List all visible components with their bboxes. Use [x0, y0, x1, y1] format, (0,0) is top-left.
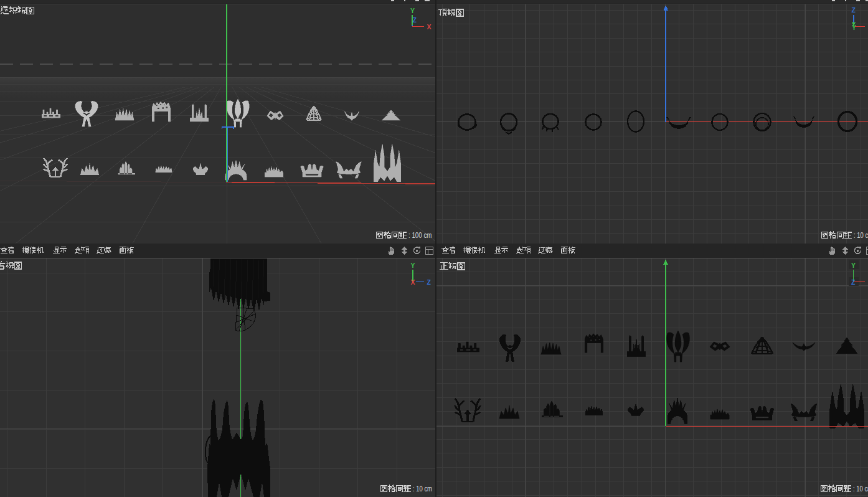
svg-text:: 10 cm: : 10 cm: [853, 485, 868, 493]
svg-text:Z: Z: [413, 16, 417, 24]
svg-text:Z: Z: [852, 6, 856, 14]
svg-text:Y: Y: [411, 262, 415, 269]
svg-text:: 10 cm: : 10 cm: [413, 485, 432, 493]
svg-text:X: X: [411, 278, 415, 286]
svg-text:Z: Z: [851, 278, 856, 286]
svg-text:X: X: [427, 23, 432, 31]
svg-text:Z: Z: [427, 278, 432, 286]
svg-text:Y: Y: [410, 7, 415, 14]
svg-text:: 100 cm: : 100 cm: [408, 231, 432, 240]
svg-text:Y: Y: [852, 24, 856, 31]
svg-text:Y: Y: [851, 262, 856, 269]
svg-text:: 10 cm: : 10 cm: [854, 231, 868, 240]
